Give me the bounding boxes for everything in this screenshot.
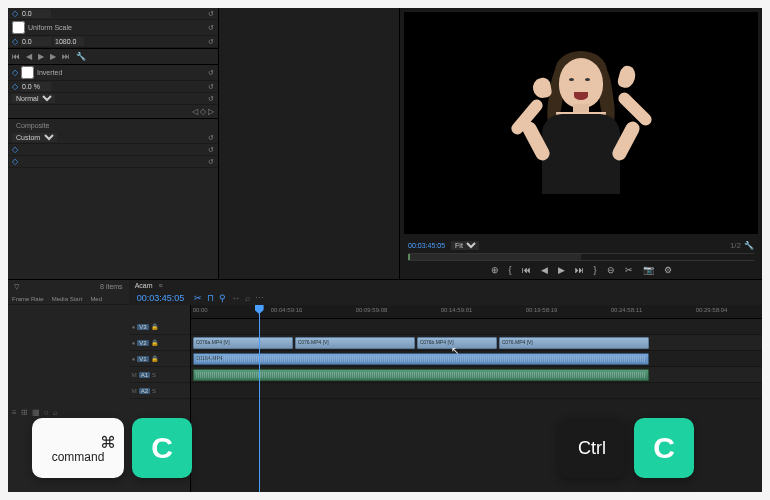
track-v1[interactable]: C019A.MP4 xyxy=(191,351,762,367)
reset-icon[interactable]: ↺ xyxy=(208,146,214,154)
playhead[interactable] xyxy=(259,305,260,492)
lock-icon[interactable]: 🔒 xyxy=(151,355,158,362)
toggle-icon[interactable]: ● xyxy=(132,340,136,346)
reset-icon[interactable]: ↺ xyxy=(208,83,214,91)
col-framerate[interactable]: Frame Rate xyxy=(12,296,44,302)
value-input[interactable] xyxy=(54,37,84,46)
monitor-timecode: 00:03:45:05 xyxy=(408,242,445,249)
mark-out-icon[interactable]: ⊖ xyxy=(607,265,615,275)
tab-composite[interactable]: Composite xyxy=(16,122,49,129)
value-input[interactable] xyxy=(21,9,51,18)
play-icon[interactable]: ▶ xyxy=(38,52,44,61)
toggle-icon[interactable]: ● xyxy=(132,356,136,362)
mark-in-bracket-icon[interactable]: { xyxy=(509,265,512,275)
next-kf-icon[interactable]: ▷ xyxy=(208,107,214,116)
icon-view-icon[interactable]: ⊞ xyxy=(21,408,28,417)
keyframe-icon[interactable]: ◇ xyxy=(12,9,18,18)
uniform-checkbox[interactable] xyxy=(12,21,25,34)
keyframe-icon[interactable]: ◇ xyxy=(12,157,18,166)
custom-select[interactable]: Custom xyxy=(12,133,57,142)
play-icon[interactable]: ▶ xyxy=(558,265,565,275)
mute-icon[interactable]: M xyxy=(132,388,137,394)
timeline-toolbar: 00:03:45:05 ✂ ⊓ ⚲ ↔ ⌕ ⋯ xyxy=(129,291,762,305)
goto-start-icon[interactable]: ⏮ xyxy=(522,265,531,275)
timeline-timecode[interactable]: 00:03:45:05 xyxy=(137,293,185,303)
keyframe-icon[interactable]: ◇ xyxy=(12,82,18,91)
step-back-icon[interactable]: ◀ xyxy=(26,52,32,61)
step-fwd-icon[interactable]: ▶ xyxy=(50,52,56,61)
reset-icon[interactable]: ↺ xyxy=(208,38,214,46)
track-a1[interactable] xyxy=(191,367,762,383)
sort-icon[interactable]: ○ xyxy=(44,408,49,417)
value-input[interactable] xyxy=(21,37,51,46)
track-header-v3[interactable]: ●V3🔒 xyxy=(129,319,190,335)
track-header-a2[interactable]: MA2S xyxy=(129,383,190,399)
opacity-input[interactable] xyxy=(21,82,51,91)
track-header-v1[interactable]: ●V1🔒 xyxy=(129,351,190,367)
link-icon[interactable]: ⊓ xyxy=(207,293,214,303)
solo-icon[interactable]: S xyxy=(152,388,156,394)
goto-start-icon[interactable]: ⏮ xyxy=(12,52,20,61)
tab-close-icon[interactable]: ≡ xyxy=(159,282,163,289)
freeform-icon[interactable]: ▦ xyxy=(32,408,40,417)
tool-icon[interactable]: ⌕ xyxy=(245,293,250,303)
add-kf-icon[interactable]: ◇ xyxy=(200,107,206,116)
settings-icon[interactable]: ⋯ xyxy=(255,293,264,303)
track-header-v2[interactable]: ●V2🔒 xyxy=(129,335,190,351)
timeline-tools: ✂ ⊓ ⚲ ↔ ⌕ ⋯ xyxy=(194,293,264,303)
transport-mini: ⏮ ◀ ▶ ▶ ⏭ 🔧 xyxy=(8,48,218,65)
lift-icon[interactable]: ✂ xyxy=(625,265,633,275)
keyframe-icon[interactable]: ◇ xyxy=(12,145,18,154)
export-frame-icon[interactable]: 📷 xyxy=(643,265,654,275)
reset-icon[interactable]: ↺ xyxy=(208,95,214,103)
reset-icon[interactable]: ↺ xyxy=(208,24,214,32)
goto-end-icon[interactable]: ⏭ xyxy=(575,265,584,275)
project-columns: Frame Rate Media Start Med xyxy=(8,294,129,305)
goto-end-icon[interactable]: ⏭ xyxy=(62,52,70,61)
track-v2[interactable]: C076a.MP4 [V] C076.MP4 [V] C076b.MP4 [V]… xyxy=(191,335,762,351)
middle-panel xyxy=(219,8,400,279)
reset-icon[interactable]: ↺ xyxy=(208,158,214,166)
lock-icon[interactable]: 🔒 xyxy=(151,339,158,346)
video-clip[interactable]: C076.MP4 [V] xyxy=(499,337,649,349)
keyframe-icon[interactable]: ◇ xyxy=(12,37,18,46)
col-mediastart[interactable]: Media Start xyxy=(52,296,83,302)
monitor-scrubber[interactable] xyxy=(408,253,754,261)
sequence-tab[interactable]: Acam xyxy=(135,282,153,289)
reset-icon[interactable]: ↺ xyxy=(208,10,214,18)
marker-icon[interactable]: ⚲ xyxy=(219,293,226,303)
video-clip[interactable]: C076a.MP4 [V] xyxy=(193,337,293,349)
time-ruler[interactable]: 00:00 00:04:59:16 00:09:59:08 00:14:59:0… xyxy=(191,305,762,319)
track-a2[interactable] xyxy=(191,383,762,399)
search-icon[interactable]: ⌕ xyxy=(53,408,58,417)
lock-icon[interactable]: 🔒 xyxy=(151,323,158,330)
video-preview[interactable] xyxy=(404,12,758,234)
step-back-icon[interactable]: ◀ xyxy=(541,265,548,275)
prev-kf-icon[interactable]: ◁ xyxy=(192,107,198,116)
video-clip[interactable]: C019A.MP4 xyxy=(193,353,649,365)
keyframe-icon[interactable]: ◇ xyxy=(12,68,18,77)
solo-icon[interactable]: S xyxy=(152,372,156,378)
mark-in-icon[interactable]: ⊕ xyxy=(491,265,499,275)
list-view-icon[interactable]: ≡ xyxy=(12,408,17,417)
snap-icon[interactable]: ✂ xyxy=(194,293,202,303)
video-clip[interactable]: C076.MP4 [V] xyxy=(295,337,415,349)
inverted-checkbox[interactable] xyxy=(21,66,34,79)
settings-icon[interactable]: ⚙ xyxy=(664,265,672,275)
mute-icon[interactable]: M xyxy=(132,372,137,378)
filter-icon[interactable]: ▽ xyxy=(14,283,19,291)
fit-select[interactable]: Fit xyxy=(451,241,479,250)
mark-out-bracket-icon[interactable]: } xyxy=(594,265,597,275)
wrench-icon[interactable]: 🔧 xyxy=(76,52,86,61)
toggle-icon[interactable]: ● xyxy=(132,324,136,330)
tool-icon[interactable]: ↔ xyxy=(231,293,240,303)
track-header-a1[interactable]: MA1S xyxy=(129,367,190,383)
blend-select[interactable]: Normal xyxy=(12,94,55,103)
wrench-icon[interactable]: 🔧 xyxy=(744,241,754,250)
reset-icon[interactable]: ↺ xyxy=(208,69,214,77)
track-v3[interactable] xyxy=(191,319,762,335)
reset-icon[interactable]: ↺ xyxy=(208,134,214,142)
audio-clip[interactable] xyxy=(193,369,649,381)
col-media[interactable]: Med xyxy=(90,296,102,302)
res-select[interactable]: 1/2 xyxy=(730,241,741,250)
